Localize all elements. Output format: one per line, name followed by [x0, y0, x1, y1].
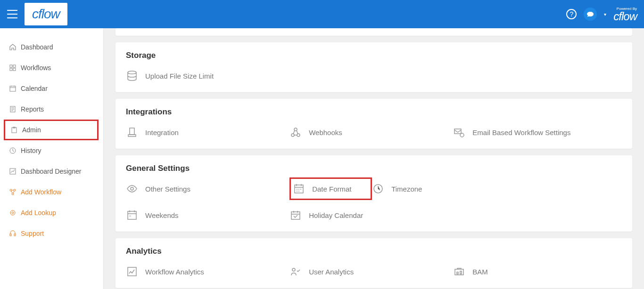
integration-icon — [126, 126, 138, 138]
svg-point-23 — [460, 133, 464, 137]
svg-rect-27 — [128, 211, 136, 219]
header-right: ? ▾ Powered By cflow — [566, 7, 637, 22]
sidebar-item-workflows[interactable]: Workflows — [0, 57, 103, 78]
sidebar-item-label: Calendar — [21, 85, 48, 92]
svg-rect-16 — [14, 234, 16, 236]
webhook-icon — [289, 126, 302, 138]
item-label: Other Settings — [145, 185, 190, 193]
sidebar-item-dashboard[interactable]: Dashboard — [0, 37, 103, 57]
timezone-icon — [372, 183, 384, 195]
item-label: Integration — [145, 128, 179, 136]
workflow-analytics[interactable]: Workflow Analytics — [126, 265, 289, 278]
clock-icon — [9, 147, 16, 154]
sidebar-item-add-workflow[interactable]: Add Workflow — [0, 182, 103, 202]
svg-point-17 — [128, 71, 136, 74]
sidebar-item-add-lookup[interactable]: Add Lookup — [0, 202, 103, 223]
content-area: Storage Upload File Size Limit Integrati… — [104, 28, 644, 289]
holiday-calendar[interactable]: Holiday Calendar — [289, 209, 453, 221]
item-label: BAM — [472, 268, 488, 276]
clipboard-icon — [11, 127, 17, 133]
svg-rect-29 — [291, 212, 300, 219]
svg-rect-28 — [129, 215, 131, 217]
sidebar-item-label: History — [21, 147, 41, 154]
svg-point-24 — [131, 187, 133, 190]
chat-icon[interactable] — [584, 8, 597, 21]
grid-icon — [9, 64, 16, 71]
app-header: cflow ? ▾ Powered By cflow — [0, 0, 644, 28]
integration[interactable]: Integration — [126, 126, 289, 138]
sidebar-item-reports[interactable]: Reports — [0, 99, 103, 120]
svg-rect-6 — [12, 128, 17, 133]
partial-card — [116, 28, 632, 36]
sidebar-item-label: Dashboard — [21, 43, 53, 51]
item-label: Upload File Size Limit — [145, 72, 214, 80]
holiday-icon — [289, 209, 302, 221]
svg-point-31 — [292, 268, 295, 271]
report-icon — [9, 106, 16, 112]
card-title: Analytics — [126, 247, 622, 256]
svg-rect-30 — [128, 267, 136, 276]
sidebar-item-label: Workflows — [21, 64, 51, 72]
svg-point-10 — [10, 189, 12, 191]
brand-label: Powered By cflow — [613, 7, 637, 22]
sidebar-item-calendar[interactable]: Calendar — [0, 78, 103, 99]
sidebar-item-label: Support — [21, 230, 44, 237]
weekends[interactable]: Weekends — [126, 209, 289, 221]
weekends-icon — [126, 209, 138, 221]
item-label: Holiday Calendar — [309, 211, 363, 219]
svg-point-11 — [14, 189, 16, 191]
svg-rect-0 — [10, 65, 12, 67]
svg-point-14 — [12, 212, 14, 214]
timezone[interactable]: Timezone — [372, 183, 536, 195]
item-label: Workflow Analytics — [145, 268, 204, 276]
card-title: Storage — [126, 51, 622, 60]
logo[interactable]: cflow — [25, 3, 67, 25]
analytics-card: Analytics Workflow Analytics User Analyt… — [116, 238, 632, 288]
hamburger-icon[interactable] — [7, 10, 17, 18]
sidebar-item-history[interactable]: History — [0, 140, 103, 161]
user-analytics-icon — [289, 265, 302, 278]
email-settings-icon — [453, 126, 465, 138]
workflow-icon — [9, 189, 16, 195]
database-icon — [126, 70, 138, 82]
header-left: cflow — [7, 3, 67, 25]
chart-icon — [9, 168, 16, 175]
other-settings[interactable]: Other Settings — [126, 183, 289, 195]
chevron-down-icon[interactable]: ▾ — [604, 12, 606, 17]
sidebar-item-admin[interactable]: Admin — [4, 120, 99, 140]
sidebar-item-label: Admin — [22, 126, 41, 134]
svg-rect-2 — [10, 68, 12, 71]
svg-point-19 — [291, 134, 294, 136]
upload-file-size-limit[interactable]: Upload File Size Limit — [126, 70, 289, 82]
item-label: User Analytics — [309, 268, 354, 276]
sidebar-item-dashboard-designer[interactable]: Dashboard Designer — [0, 161, 103, 182]
user-analytics[interactable]: User Analytics — [289, 265, 453, 278]
card-title: General Settings — [126, 164, 622, 173]
webhooks[interactable]: Webhooks — [289, 126, 453, 138]
main-layout: Dashboard Workflows Calendar Reports Adm… — [0, 28, 644, 289]
item-label: Weekends — [145, 211, 179, 219]
svg-point-12 — [12, 193, 14, 195]
date-format[interactable]: Date Format — [289, 177, 372, 200]
date-format-icon — [293, 183, 305, 195]
svg-point-13 — [10, 210, 15, 215]
item-label: Email Based Workflow Settings — [472, 128, 570, 136]
item-label: Webhooks — [309, 128, 342, 136]
email-workflow-settings[interactable]: Email Based Workflow Settings — [453, 126, 617, 138]
sidebar-item-support[interactable]: Support — [0, 223, 103, 244]
general-settings-card: General Settings Other Settings Date For… — [116, 155, 632, 232]
sidebar-item-label: Dashboard Designer — [21, 168, 81, 175]
bam[interactable]: BAM — [453, 265, 617, 278]
headset-icon — [9, 230, 16, 237]
eye-icon — [126, 183, 138, 195]
sidebar-item-label: Add Workflow — [21, 188, 61, 196]
help-icon[interactable]: ? — [566, 9, 577, 19]
svg-rect-3 — [13, 68, 16, 71]
integrations-card: Integrations Integration Webhooks — [116, 99, 632, 149]
workflow-analytics-icon — [126, 265, 138, 278]
sidebar-item-label: Add Lookup — [21, 209, 56, 217]
svg-rect-1 — [13, 65, 16, 67]
storage-card: Storage Upload File Size Limit — [116, 42, 632, 92]
svg-point-20 — [297, 134, 300, 136]
svg-rect-18 — [130, 128, 134, 135]
